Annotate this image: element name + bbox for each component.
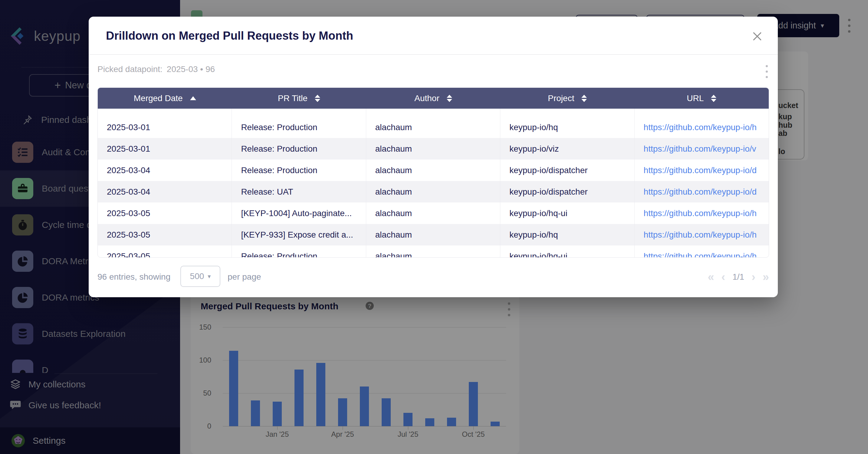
- table-cell: [KEYP-933] Expose credit a...: [232, 224, 366, 245]
- table-cell: 2025-03-01: [98, 117, 232, 138]
- drilldown-modal: Drilldown on Merged Pull Requests by Mon…: [89, 17, 778, 297]
- drilldown-table: Merged DatePR TitleAuthorProjectURL 2025…: [97, 88, 769, 258]
- sort-asc-icon: [190, 96, 196, 100]
- next-page-button[interactable]: ›: [751, 269, 755, 285]
- table-cell: alachaum: [366, 203, 500, 224]
- picked-datapoint: Picked datapoint:2025-03 • 96: [97, 64, 215, 74]
- table-cell: keypup-io/hq: [500, 117, 634, 138]
- table-cell: alachaum: [366, 138, 500, 159]
- close-icon[interactable]: [751, 30, 763, 42]
- table-cell: Release: UAT: [232, 181, 366, 203]
- spacer-cell: [500, 109, 634, 117]
- table-body: 2025-03-01Release: Productionalachaumkey…: [98, 117, 769, 258]
- table-cell: 2025-03-05: [98, 203, 232, 224]
- sort-icon: [315, 95, 320, 102]
- url-link[interactable]: https://github.com/keypup-io/v: [634, 138, 769, 159]
- table-cell: keypup-io/hq-ui: [500, 245, 634, 258]
- table-cell: keypup-io/dispatcher: [500, 181, 634, 203]
- table-row[interactable]: 2025-03-05[KEYP-1004] Auto-paginate...al…: [98, 203, 769, 224]
- table-row[interactable]: 2025-03-01Release: Productionalachaumkey…: [98, 138, 769, 159]
- url-link[interactable]: https://github.com/keypup-io/d: [634, 181, 769, 203]
- column-header-url[interactable]: URL: [634, 88, 769, 109]
- table-cell: 2025-03-04: [98, 159, 232, 181]
- table-row[interactable]: 2025-03-05[KEYP-933] Expose credit a...a…: [98, 224, 769, 245]
- table-row[interactable]: 2025-03-04Release: Productionalachaumkey…: [98, 159, 769, 181]
- table-cell: alachaum: [366, 224, 500, 245]
- spacer-cell: [634, 109, 769, 117]
- url-link[interactable]: https://github.com/keypup-io/h: [634, 117, 769, 138]
- modal-header: Drilldown on Merged Pull Requests by Mon…: [89, 17, 778, 55]
- table-cell: keypup-io/hq-ui: [500, 203, 634, 224]
- url-link[interactable]: https://github.com/keypup-io/h: [634, 224, 769, 245]
- table-cell: Release: Production: [232, 245, 366, 258]
- table-cell: alachaum: [366, 245, 500, 258]
- table-cell: keypup-io/dispatcher: [500, 159, 634, 181]
- column-label: Author: [414, 93, 439, 103]
- page-size-select[interactable]: 500 ▾: [180, 266, 220, 287]
- table-row[interactable]: 2025-03-01Release: Productionalachaumkey…: [98, 117, 769, 138]
- table-row[interactable]: 2025-03-04Release: UATalachaumkeypup-io/…: [98, 181, 769, 203]
- table-cell: keypup-io/viz: [500, 138, 634, 159]
- table-row[interactable]: 2025-03-05Release: Productionalachaumkey…: [98, 245, 769, 258]
- column-header-merged-date[interactable]: Merged Date: [98, 88, 232, 109]
- modal-title: Drilldown on Merged Pull Requests by Mon…: [106, 29, 353, 42]
- url-link[interactable]: https://github.com/keypup-io/h: [634, 203, 769, 224]
- table-cell: Release: Production: [232, 117, 366, 138]
- sort-icon: [711, 95, 716, 102]
- url-link[interactable]: https://github.com/keypup-io/h: [634, 245, 769, 258]
- column-label: PR Title: [278, 93, 308, 103]
- page-indicator: 1/1: [733, 272, 744, 282]
- picked-datapoint-value: 2025-03 • 96: [167, 64, 215, 74]
- table-cell: 2025-03-01: [98, 138, 232, 159]
- table-cell: keypup-io/hq: [500, 224, 634, 245]
- table-cell: 2025-03-04: [98, 181, 232, 203]
- table-cell: [KEYP-1004] Auto-paginate...: [232, 203, 366, 224]
- picked-datapoint-label: Picked datapoint:: [97, 64, 162, 74]
- column-header-author[interactable]: Author: [366, 88, 500, 109]
- table-spacer-row: [98, 109, 769, 117]
- table-kebab-menu[interactable]: [766, 65, 768, 78]
- column-header-pr-title[interactable]: PR Title: [232, 88, 366, 109]
- entries-count: 96 entries, showing: [97, 270, 170, 283]
- column-label: URL: [687, 93, 704, 103]
- last-page-button[interactable]: »: [763, 269, 769, 285]
- url-link[interactable]: https://github.com/keypup-io/d: [634, 159, 769, 181]
- table-header-row: Merged DatePR TitleAuthorProjectURL: [98, 88, 769, 109]
- column-label: Project: [548, 93, 574, 103]
- spacer-cell: [232, 109, 366, 117]
- table-cell: Release: Production: [232, 138, 366, 159]
- first-page-button[interactable]: «: [708, 269, 714, 285]
- table-cell: alachaum: [366, 117, 500, 138]
- table-cell: 2025-03-05: [98, 245, 232, 258]
- prev-page-button[interactable]: ‹: [721, 269, 725, 285]
- spacer-cell: [98, 109, 232, 117]
- table-cell: 2025-03-05: [98, 224, 232, 245]
- table-cell: Release: Production: [232, 159, 366, 181]
- page-size-value: 500: [190, 272, 204, 281]
- sort-icon: [447, 95, 452, 102]
- caret-down-icon: ▾: [208, 273, 211, 280]
- table-cell: alachaum: [366, 159, 500, 181]
- per-page-label: per page: [227, 270, 261, 283]
- spacer-cell: [366, 109, 500, 117]
- table-cell: alachaum: [366, 181, 500, 203]
- column-header-project[interactable]: Project: [500, 88, 634, 109]
- pagination: « ‹ 1/1 › »: [706, 269, 769, 285]
- column-label: Merged Date: [134, 93, 183, 103]
- sort-icon: [581, 95, 587, 102]
